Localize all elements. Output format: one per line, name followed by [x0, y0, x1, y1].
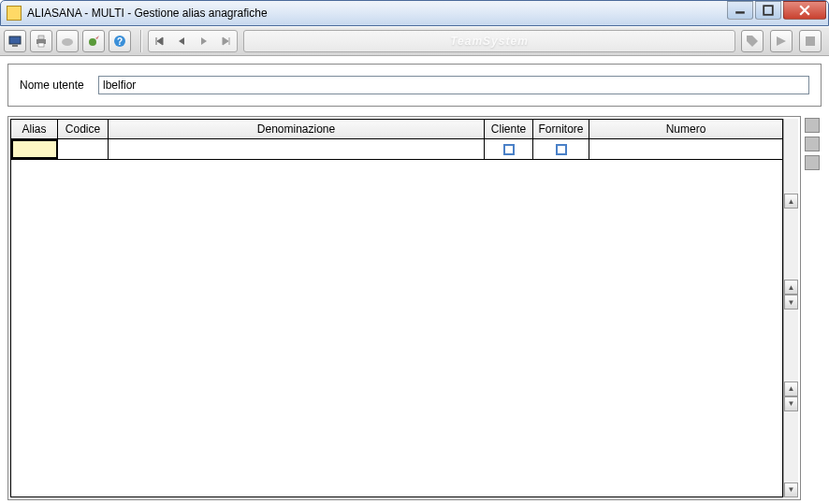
close-icon: [799, 5, 810, 16]
toolbar-right-button-2[interactable]: [770, 30, 793, 52]
scroll-up2-button[interactable]: ▲: [784, 280, 798, 295]
cell-denominazione[interactable]: [109, 139, 485, 159]
nav-last-button[interactable]: [220, 33, 233, 50]
cell-fornitore[interactable]: [533, 139, 589, 159]
export-icon: [87, 35, 100, 48]
vertical-scrollbar[interactable]: ▲ ▲ ▼ ▲ ▼ ▼: [783, 119, 798, 497]
maximize-icon: [763, 5, 774, 16]
cell-numero[interactable]: [589, 139, 782, 159]
svg-rect-6: [36, 39, 46, 44]
svg-rect-13: [806, 36, 815, 46]
close-button[interactable]: [783, 1, 826, 20]
checkbox-cliente[interactable]: [503, 144, 515, 155]
username-frame: Nome utente: [7, 64, 822, 107]
username-input[interactable]: [98, 76, 809, 94]
arrow-icon: [775, 35, 788, 48]
toolbar: ? TeamSystem: [0, 26, 829, 56]
cloud-icon: [61, 35, 74, 48]
toolbar-button-help[interactable]: ?: [109, 30, 131, 52]
minimize-button[interactable]: [727, 1, 753, 20]
nav-first-button[interactable]: [153, 33, 166, 50]
tag-icon: [746, 35, 759, 48]
col-header-fornitore[interactable]: Fornitore: [533, 120, 589, 139]
grid-header: Alias Codice Denominazione Cliente Forni…: [11, 120, 782, 139]
printer-icon: [35, 35, 48, 48]
side-action-1[interactable]: [805, 118, 820, 133]
minimize-icon: [734, 5, 746, 16]
col-header-alias[interactable]: Alias: [11, 120, 58, 139]
record-navigator: [148, 30, 238, 52]
scroll-up-button[interactable]: ▲: [784, 194, 798, 209]
col-header-numero[interactable]: Numero: [589, 120, 782, 139]
scroll-down2-button[interactable]: ▼: [784, 396, 798, 411]
cell-alias[interactable]: [11, 139, 58, 159]
last-icon: [222, 36, 231, 46]
svg-rect-1: [764, 6, 773, 15]
screen-icon: [8, 35, 22, 48]
svg-point-10: [89, 38, 96, 46]
svg-text:?: ?: [117, 36, 123, 47]
toolbar-separator: [140, 30, 142, 52]
scroll-down-button[interactable]: ▼: [784, 295, 798, 310]
toolbar-button-print[interactable]: [30, 30, 52, 52]
first-icon: [154, 36, 164, 46]
svg-rect-5: [12, 45, 18, 47]
toolbar-right-button-3[interactable]: [799, 30, 822, 52]
prev-icon: [177, 36, 186, 46]
side-action-3[interactable]: [805, 155, 820, 170]
checkbox-fornitore[interactable]: [556, 144, 567, 155]
col-header-cliente[interactable]: Cliente: [485, 120, 533, 139]
col-header-codice[interactable]: Codice: [58, 120, 109, 139]
nav-prev-button[interactable]: [175, 33, 188, 50]
app-icon: [7, 6, 22, 21]
maximize-button[interactable]: [755, 1, 781, 20]
side-action-panel: [801, 116, 822, 500]
toolbar-right-button-1[interactable]: [741, 30, 764, 52]
toolbar-brand-area: TeamSystem: [243, 30, 735, 52]
nav-next-button[interactable]: [197, 33, 211, 50]
svg-rect-7: [38, 36, 44, 39]
toolbar-button-4[interactable]: [82, 30, 105, 52]
data-grid[interactable]: Alias Codice Denominazione Cliente Forni…: [10, 119, 783, 497]
scroll-down3-button[interactable]: ▼: [784, 482, 798, 497]
cell-codice[interactable]: [58, 139, 109, 159]
scroll-up3-button[interactable]: ▲: [784, 382, 798, 396]
window-title: ALIASANA - MULTI - Gestione alias anagra…: [27, 7, 268, 20]
side-action-2[interactable]: [805, 137, 820, 151]
toolbar-right-group: [741, 30, 825, 52]
stop-icon: [804, 35, 817, 48]
brand-logo: TeamSystem: [450, 35, 529, 48]
svg-point-9: [62, 38, 73, 46]
content-area: Nome utente Alias Codice Denominazione C…: [0, 56, 829, 504]
grid-empty-area: [11, 160, 782, 497]
grid-frame: Alias Codice Denominazione Cliente Forni…: [7, 116, 801, 500]
svg-rect-4: [9, 36, 21, 44]
toolbar-button-3[interactable]: [56, 30, 79, 52]
col-header-denominazione[interactable]: Denominazione: [109, 120, 485, 139]
svg-rect-8: [38, 43, 44, 47]
username-label: Nome utente: [20, 79, 98, 92]
title-bar: ALIASANA - MULTI - Gestione alias anagra…: [0, 0, 829, 26]
help-icon: ?: [113, 35, 126, 48]
cell-cliente[interactable]: [485, 139, 533, 159]
window-controls: [725, 1, 826, 20]
table-row[interactable]: [11, 139, 782, 160]
next-icon: [199, 36, 209, 46]
toolbar-button-1[interactable]: [4, 30, 26, 52]
svg-point-11: [114, 36, 125, 47]
